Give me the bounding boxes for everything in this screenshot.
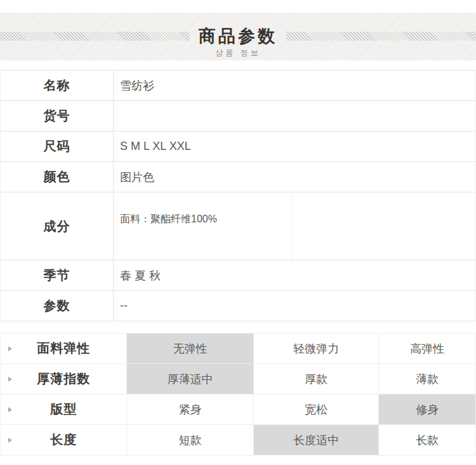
option-cell: 高弹性 (379, 334, 475, 363)
option-row-fit: 版型 紧身 宽松 修身 (1, 394, 475, 425)
attribute-options-table: 面料弹性 无弹性 轻微弹力 高弹性 厚薄指数 厚薄适中 厚款 薄款 版型 紧身 … (0, 333, 476, 455)
spec-row-parameters: 参数 -- (1, 291, 475, 321)
option-cell: 长度适中 (254, 425, 379, 455)
option-cell: 薄款 (379, 364, 475, 394)
spec-label: 尺码 (1, 131, 114, 161)
option-row-label: 面料弹性 (1, 334, 127, 363)
option-row-length: 长度 短款 长度适中 长款 (1, 425, 475, 455)
option-label-text: 厚薄指数 (37, 370, 90, 388)
option-row-thickness: 厚薄指数 厚薄适中 厚款 薄款 (1, 364, 475, 394)
header-title-block: 商品参数 상품 정보 (199, 26, 277, 58)
option-row-label: 厚薄指数 (1, 364, 127, 394)
hatch-stripe-right (286, 32, 476, 41)
option-cell: 紧身 (127, 394, 253, 424)
spec-row-season: 季节 春 夏 秋 (1, 260, 475, 291)
option-cell: 短款 (127, 425, 253, 455)
triangle-right-icon (8, 377, 12, 382)
option-cell: 宽松 (254, 394, 379, 424)
option-cell: 厚薄适中 (127, 364, 253, 394)
spec-row-name: 名称 雪纺衫 (1, 71, 475, 101)
spec-value: S M L XL XXL (114, 131, 475, 161)
page-title: 商品参数 (199, 26, 277, 46)
spec-value (114, 101, 475, 131)
section-header: 商品参数 상품 정보 (0, 13, 476, 60)
triangle-right-icon (8, 346, 12, 351)
option-row-label: 版型 (1, 394, 127, 424)
option-cell: 轻微弹力 (254, 334, 379, 363)
option-label-text: 版型 (50, 401, 77, 418)
option-cell: 无弹性 (127, 334, 253, 363)
spec-label: 参数 (1, 291, 114, 321)
spec-value: 春 夏 秋 (114, 260, 475, 290)
spec-label: 货号 (1, 101, 114, 131)
option-label-text: 面料弹性 (37, 340, 90, 357)
hatch-stripe-left (0, 32, 190, 41)
spec-value: -- (114, 291, 475, 321)
spec-row-item-number: 货号 (1, 101, 475, 131)
option-cell: 长款 (379, 425, 475, 455)
spec-row-size: 尺码 S M L XL XXL (1, 131, 475, 162)
option-cell: 修身 (379, 394, 475, 424)
spec-value: 图片色 (114, 162, 475, 192)
spec-value: 雪纺衫 (114, 71, 475, 100)
spec-label: 颜色 (1, 162, 114, 192)
option-cell: 厚款 (254, 364, 379, 394)
spec-label: 季节 (1, 260, 114, 290)
spec-label: 成分 (1, 192, 114, 260)
product-spec-table: 名称 雪纺衫 货号 尺码 S M L XL XXL 颜色 图片色 成分 面料：聚… (0, 70, 476, 321)
spec-row-color: 颜色 图片色 (1, 162, 475, 192)
spec-value: 面料：聚酯纤维100% (114, 192, 475, 260)
option-label-text: 长度 (50, 431, 77, 448)
option-row-elasticity: 面料弹性 无弹性 轻微弹力 高弹性 (1, 334, 475, 364)
option-row-label: 长度 (1, 425, 127, 455)
spec-label: 名称 (1, 71, 114, 100)
triangle-right-icon (8, 438, 12, 443)
page-subtitle: 상품 정보 (215, 48, 260, 58)
spec-row-composition: 成分 面料：聚酯纤维100% (1, 192, 475, 260)
triangle-right-icon (8, 407, 12, 412)
